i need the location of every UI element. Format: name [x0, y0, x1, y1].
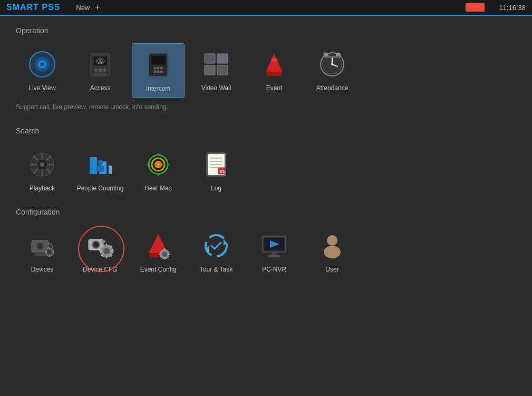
svg-rect-15: [99, 73, 102, 75]
people-counting-item[interactable]: People Counting: [74, 143, 127, 197]
svg-rect-53: [90, 157, 97, 174]
svg-text:01: 01: [220, 169, 225, 174]
attendance-label: Attendance: [316, 84, 349, 92]
event-config-item[interactable]: Event Config: [132, 225, 185, 278]
tour-task-label: Tour & Task: [200, 266, 233, 273]
svg-rect-29: [217, 65, 228, 75]
svg-point-78: [38, 245, 42, 248]
svg-point-92: [103, 248, 110, 254]
main-content: Operation Live View: [0, 16, 532, 396]
svg-point-38: [331, 63, 333, 65]
minimize-button[interactable]: [466, 3, 485, 12]
device-cfg-icon-box: [84, 230, 116, 262]
svg-rect-96: [111, 250, 114, 252]
video-wall-item[interactable]: Video Wall: [190, 43, 243, 98]
svg-rect-26: [205, 54, 215, 63]
event-config-icon: [144, 232, 172, 259]
svg-rect-79: [36, 252, 44, 254]
topbar: SMART PSS New + 11:16:38: [0, 0, 532, 16]
svg-rect-27: [217, 54, 228, 63]
device-cfg-item[interactable]: Device CFG: [74, 225, 127, 278]
log-label: Log: [211, 185, 221, 192]
playback-icon-box: [26, 149, 58, 180]
search-section: Search: [16, 127, 516, 197]
user-icon-box: [316, 230, 348, 262]
devices-icon: [28, 232, 56, 259]
tour-task-item[interactable]: Tour & Task: [190, 225, 243, 278]
operation-title: Operation: [16, 26, 516, 35]
heat-map-item[interactable]: Heat Map: [132, 143, 185, 197]
event-item[interactable]: Event: [248, 43, 301, 98]
svg-rect-19: [152, 56, 165, 64]
devices-item[interactable]: Devices: [16, 225, 69, 278]
svg-rect-105: [164, 248, 165, 250]
search-title: Search: [16, 127, 516, 135]
operation-section: Operation Live View: [16, 26, 516, 111]
heat-map-label: Heat Map: [144, 185, 172, 192]
search-grid: Playback People Counting: [16, 143, 516, 197]
intercom-item[interactable]: Intercom: [132, 43, 185, 98]
svg-rect-13: [103, 69, 106, 72]
svg-rect-107: [159, 254, 161, 255]
playback-item[interactable]: Playback: [16, 143, 69, 197]
svg-rect-108: [168, 254, 170, 255]
intercom-label: Intercom: [146, 85, 171, 92]
event-label: Event: [266, 84, 283, 92]
people-counting-icon-box: [84, 149, 116, 180]
svg-point-57: [96, 165, 104, 172]
svg-point-56: [98, 160, 103, 165]
playback-label: Playback: [30, 185, 55, 192]
svg-point-82: [47, 250, 52, 254]
svg-rect-55: [109, 166, 112, 174]
clock: 11:16:38: [499, 4, 526, 12]
svg-rect-28: [205, 65, 215, 75]
configuration-title: Configuration: [16, 208, 516, 216]
log-item[interactable]: 01 Log: [190, 143, 243, 197]
tour-task-icon-box: [200, 230, 232, 262]
user-label: User: [325, 266, 338, 273]
event-icon: [260, 51, 288, 78]
access-item[interactable]: Access: [74, 43, 127, 98]
live-view-item[interactable]: Live View: [16, 43, 69, 98]
device-cfg-label: Device CFG: [83, 266, 117, 273]
svg-point-23: [154, 71, 157, 73]
live-view-icon: [28, 51, 56, 78]
new-button[interactable]: New: [76, 4, 90, 12]
svg-rect-83: [49, 247, 50, 249]
logo-pss: PSS: [42, 3, 60, 12]
svg-rect-16: [103, 73, 106, 75]
svg-point-4: [41, 63, 43, 65]
video-wall-icon-box: [200, 49, 232, 80]
event-config-icon-box: [142, 230, 174, 262]
svg-point-20: [154, 67, 157, 70]
svg-rect-14: [94, 73, 98, 75]
intercom-icon: [144, 51, 172, 79]
app-logo: SMART PSS: [6, 3, 60, 12]
svg-point-117: [327, 235, 337, 246]
pc-nvr-item[interactable]: PC-NVR: [248, 225, 301, 278]
svg-rect-94: [106, 256, 107, 258]
user-item[interactable]: User: [306, 225, 359, 278]
svg-rect-86: [52, 252, 54, 253]
svg-point-25: [160, 71, 163, 73]
access-icon-box: [84, 49, 116, 80]
svg-point-104: [162, 252, 167, 257]
access-label: Access: [90, 84, 111, 92]
attendance-item[interactable]: Attendance: [306, 43, 359, 98]
intercom-icon-box: [142, 49, 174, 81]
svg-point-89: [94, 243, 98, 247]
svg-rect-106: [164, 258, 165, 259]
log-icon: 01: [202, 151, 230, 178]
devices-icon-box: [26, 230, 58, 262]
svg-rect-12: [99, 69, 102, 72]
svg-rect-41: [325, 56, 340, 58]
configuration-section: Configuration: [16, 208, 516, 278]
operation-description: Support call, live preview, remote unloc…: [16, 103, 516, 111]
event-config-label: Event Config: [140, 266, 177, 273]
live-view-label: Live View: [28, 84, 55, 92]
user-icon: [318, 232, 346, 259]
attendance-icon: [318, 51, 346, 78]
add-button[interactable]: +: [95, 3, 100, 12]
svg-rect-115: [272, 252, 277, 255]
people-counting-icon: [86, 151, 114, 178]
